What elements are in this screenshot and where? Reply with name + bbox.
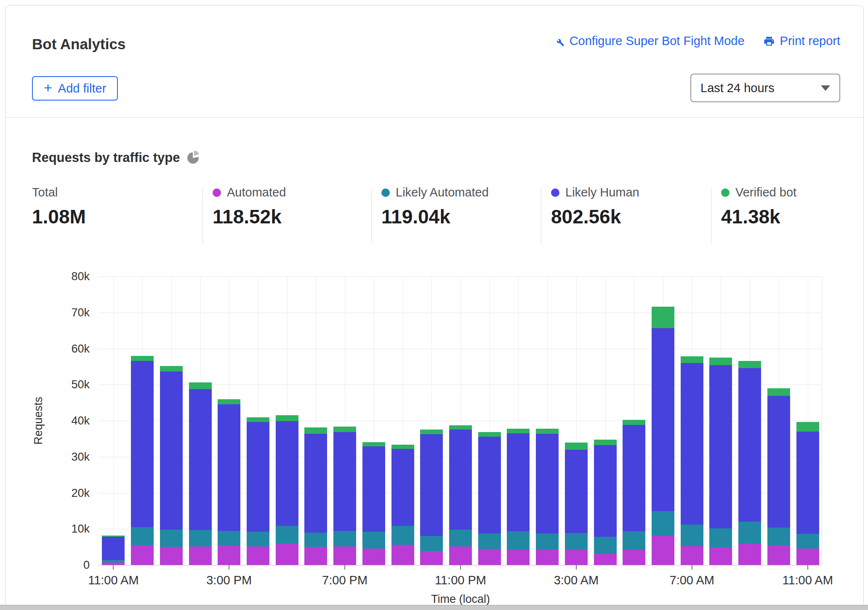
bar-segment-likely-human[interactable] <box>333 432 356 531</box>
bottom-scroll-strip[interactable] <box>0 605 868 610</box>
bar-segment-verified-bot[interactable] <box>478 432 501 437</box>
bar-segment-automated[interactable] <box>391 545 414 565</box>
bar-segment-likely-human[interactable] <box>247 422 269 532</box>
bar-segment-likely-human[interactable] <box>478 437 501 533</box>
bar-segment-automated[interactable] <box>362 549 385 565</box>
bar-segment-likely-human[interactable] <box>218 404 240 531</box>
bar-segment-verified-bot[interactable] <box>304 427 327 434</box>
bar-segment-automated[interactable] <box>796 549 819 565</box>
bar-segment-verified-bot[interactable] <box>189 382 212 389</box>
bar-segment-likely-human[interactable] <box>131 361 154 527</box>
bar-segment-likely-human[interactable] <box>449 430 472 530</box>
bar-segment-likely-automated[interactable] <box>449 530 472 546</box>
bar-segment-likely-automated[interactable] <box>652 511 674 535</box>
bar-segment-automated[interactable] <box>681 546 703 565</box>
bar-segment-likely-automated[interactable] <box>478 533 501 549</box>
bar-segment-likely-automated[interactable] <box>189 530 212 546</box>
bar-segment-likely-automated[interactable] <box>796 534 819 549</box>
bar-segment-likely-automated[interactable] <box>362 532 385 549</box>
stat-automated[interactable]: Automated 118.52k <box>213 186 286 228</box>
bar-segment-verified-bot[interactable] <box>536 429 559 434</box>
bar-segment-verified-bot[interactable] <box>738 361 761 368</box>
stat-likely-human[interactable]: Likely Human 802.56k <box>551 186 639 228</box>
bar-segment-verified-bot[interactable] <box>565 443 588 449</box>
bar-segment-likely-automated[interactable] <box>391 526 414 545</box>
bar-segment-likely-automated[interactable] <box>333 531 356 546</box>
stat-verified-bot[interactable]: Verified bot 41.38k <box>721 186 796 228</box>
bar-segment-automated[interactable] <box>218 546 240 565</box>
bar-segment-automated[interactable] <box>767 545 790 565</box>
bar-segment-likely-human[interactable] <box>391 449 414 526</box>
bar-segment-automated[interactable] <box>709 547 732 565</box>
bar-segment-likely-human[interactable] <box>565 450 588 533</box>
bar-segment-automated[interactable] <box>189 546 212 565</box>
bar-segment-automated[interactable] <box>420 551 443 565</box>
bar-segment-automated[interactable] <box>652 536 674 565</box>
bar-segment-likely-human[interactable] <box>507 433 530 531</box>
bar-segment-likely-human[interactable] <box>102 537 125 560</box>
bar-segment-likely-human[interactable] <box>276 421 298 526</box>
bar-segment-likely-automated[interactable] <box>247 532 269 546</box>
bar-segment-verified-bot[interactable] <box>362 442 385 446</box>
bar-segment-automated[interactable] <box>478 549 501 565</box>
bar-segment-verified-bot[interactable] <box>594 440 617 445</box>
bar-segment-likely-human[interactable] <box>304 434 327 533</box>
bar-segment-likely-human[interactable] <box>681 363 703 525</box>
bar-segment-likely-automated[interactable] <box>160 530 183 547</box>
bar-segment-likely-human[interactable] <box>652 328 674 512</box>
bar-segment-automated[interactable] <box>247 546 269 565</box>
bar-segment-likely-automated[interactable] <box>536 533 559 550</box>
bar-segment-likely-automated[interactable] <box>507 531 530 550</box>
bar-segment-verified-bot[interactable] <box>681 356 703 363</box>
bar-segment-likely-human[interactable] <box>796 432 819 534</box>
bar-segment-likely-automated[interactable] <box>709 528 732 547</box>
bar-segment-likely-automated[interactable] <box>767 528 790 545</box>
bar-segment-likely-human[interactable] <box>160 371 183 530</box>
bar-segment-likely-human[interactable] <box>536 434 559 534</box>
bar-segment-verified-bot[interactable] <box>796 422 819 431</box>
bar-segment-likely-automated[interactable] <box>681 525 703 546</box>
add-filter-button[interactable]: + Add filter <box>32 76 118 101</box>
bar-segment-likely-automated[interactable] <box>623 531 645 550</box>
bar-segment-likely-automated[interactable] <box>131 527 154 545</box>
bar-segment-verified-bot[interactable] <box>131 356 154 361</box>
bar-segment-verified-bot[interactable] <box>709 358 732 365</box>
bar-segment-automated[interactable] <box>536 550 559 565</box>
bar-segment-automated[interactable] <box>738 544 761 565</box>
bar-segment-likely-automated[interactable] <box>738 522 761 543</box>
bar-segment-likely-automated[interactable] <box>218 531 240 545</box>
bar-segment-verified-bot[interactable] <box>391 445 414 448</box>
bar-segment-automated[interactable] <box>131 545 154 565</box>
time-range-select[interactable]: Last 24 hours <box>690 74 840 102</box>
bar-segment-likely-human[interactable] <box>189 389 212 530</box>
bar-segment-verified-bot[interactable] <box>449 425 472 430</box>
bar-segment-verified-bot[interactable] <box>218 399 240 404</box>
bar-segment-likely-automated[interactable] <box>565 533 588 550</box>
bar-segment-likely-automated[interactable] <box>594 537 617 554</box>
bar-segment-verified-bot[interactable] <box>623 420 645 425</box>
bar-segment-automated[interactable] <box>449 546 472 565</box>
bar-segment-likely-human[interactable] <box>738 368 761 522</box>
bar-segment-automated[interactable] <box>160 547 183 565</box>
print-report-link[interactable]: Print report <box>763 34 840 48</box>
stat-likely-automated[interactable]: Likely Automated 119.04k <box>381 186 489 228</box>
bar-segment-verified-bot[interactable] <box>102 536 125 537</box>
bar-segment-likely-automated[interactable] <box>102 560 125 562</box>
bar-segment-likely-human[interactable] <box>709 365 732 528</box>
bar-segment-verified-bot[interactable] <box>652 307 674 328</box>
bar-segment-verified-bot[interactable] <box>276 415 298 421</box>
bar-segment-verified-bot[interactable] <box>333 427 356 432</box>
bar-segment-likely-automated[interactable] <box>420 536 443 551</box>
bar-segment-verified-bot[interactable] <box>247 417 269 422</box>
bar-segment-likely-human[interactable] <box>767 396 790 528</box>
bar-segment-verified-bot[interactable] <box>507 429 530 433</box>
configure-super-bot-fight-mode-link[interactable]: Configure Super Bot Fight Mode <box>553 34 745 48</box>
bar-segment-likely-automated[interactable] <box>304 533 327 547</box>
bar-segment-automated[interactable] <box>623 550 645 565</box>
bar-segment-verified-bot[interactable] <box>420 430 443 434</box>
bar-segment-automated[interactable] <box>594 554 617 565</box>
bar-segment-verified-bot[interactable] <box>160 366 183 372</box>
bar-segment-likely-human[interactable] <box>594 445 617 537</box>
bar-segment-verified-bot[interactable] <box>767 388 790 396</box>
bar-segment-likely-human[interactable] <box>362 446 385 532</box>
